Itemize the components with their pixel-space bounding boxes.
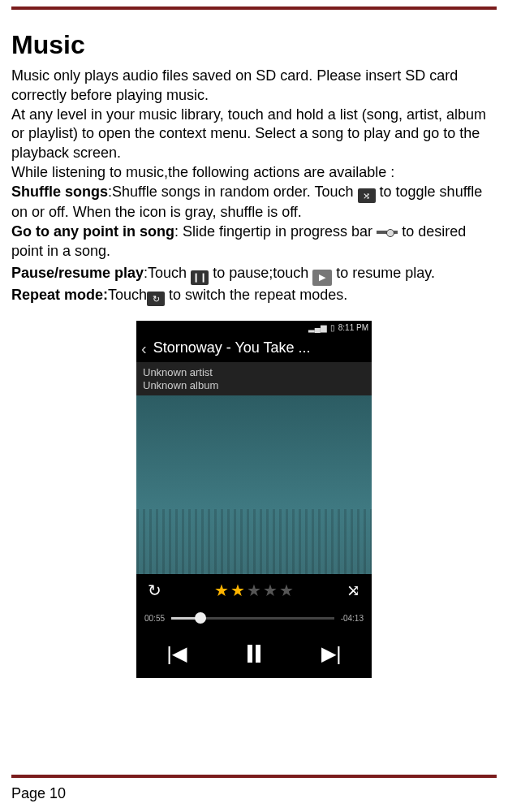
status-bar: ▂▄▆ ▯ 8:11 PM bbox=[136, 321, 372, 335]
bottom-divider bbox=[11, 775, 497, 778]
star-icon[interactable]: ★ bbox=[247, 580, 261, 601]
time-remaining: -04:13 bbox=[341, 613, 364, 624]
song-title: Stornoway - You Take ... bbox=[153, 339, 311, 358]
progress-bar-icon bbox=[377, 231, 398, 234]
pause-label: Pause/resume play bbox=[11, 265, 144, 281]
repeat-icon: ↻ bbox=[147, 292, 165, 306]
star-icon[interactable]: ★ bbox=[263, 580, 278, 601]
play-icon: ▶ bbox=[312, 270, 332, 286]
pause-button[interactable] bbox=[248, 645, 260, 663]
shuffle-label: Shuffle songs bbox=[11, 184, 108, 200]
goto-label: Go to any point in song bbox=[11, 223, 174, 240]
album-art bbox=[136, 395, 372, 574]
rating-row: ↻ ★ ★ ★ ★ ★ ⤨ bbox=[136, 574, 372, 607]
phone-screenshot: ▂▄▆ ▯ 8:11 PM ‹ Stornoway - You Take ...… bbox=[136, 321, 372, 678]
paragraph-goto: Go to any point in song: Slide fingertip… bbox=[11, 222, 497, 261]
album-name: Unknown album bbox=[143, 379, 365, 392]
repeat-label: Repeat mode: bbox=[11, 287, 108, 303]
song-meta: Unknown artist Unknown album bbox=[136, 363, 372, 396]
artist-name: Unknown artist bbox=[143, 366, 365, 379]
signal-icon: ▂▄▆ bbox=[308, 322, 327, 333]
paragraph-pause: Pause/resume play:Touch ❙❙ to pause;touc… bbox=[11, 264, 497, 285]
shuffle-button[interactable]: ⤨ bbox=[347, 580, 360, 601]
paragraph-intro1: Music only plays audio files saved on SD… bbox=[11, 67, 497, 106]
previous-button[interactable]: |◀ bbox=[167, 641, 187, 667]
battery-icon: ▯ bbox=[330, 322, 335, 333]
repeat-button[interactable]: ↻ bbox=[148, 580, 161, 601]
player-title-bar: ‹ Stornoway - You Take ... bbox=[136, 335, 372, 363]
progress-row: 00:55 -04:13 bbox=[136, 607, 372, 629]
back-button[interactable]: ‹ bbox=[141, 338, 147, 359]
paragraph-intro3: While listening to music,the following a… bbox=[11, 163, 497, 183]
shuffle-icon: ⤨ bbox=[358, 188, 376, 203]
page-number: Page 10 bbox=[11, 785, 66, 802]
paragraph-intro2: At any level in your music library, touc… bbox=[11, 106, 497, 163]
paragraph-repeat: Repeat mode:Touch↻ to switch the repeat … bbox=[11, 286, 497, 306]
document-body: Music Music only plays audio files saved… bbox=[0, 10, 508, 678]
paragraph-shuffle: Shuffle songs:Shuffle songs in random or… bbox=[11, 183, 497, 222]
pause-icon: ❙❙ bbox=[191, 270, 209, 285]
page-title: Music bbox=[11, 28, 497, 62]
star-icon[interactable]: ★ bbox=[230, 580, 245, 601]
time-elapsed: 00:55 bbox=[144, 613, 165, 624]
star-icon[interactable]: ★ bbox=[279, 580, 294, 601]
rating-stars[interactable]: ★ ★ ★ ★ ★ bbox=[214, 580, 294, 601]
progress-track[interactable] bbox=[171, 617, 334, 620]
next-button[interactable]: ▶| bbox=[321, 641, 341, 667]
progress-thumb[interactable] bbox=[195, 612, 206, 624]
playback-controls: |◀ ▶| bbox=[136, 629, 372, 678]
status-time: 8:11 PM bbox=[338, 322, 368, 333]
star-icon[interactable]: ★ bbox=[214, 580, 229, 601]
